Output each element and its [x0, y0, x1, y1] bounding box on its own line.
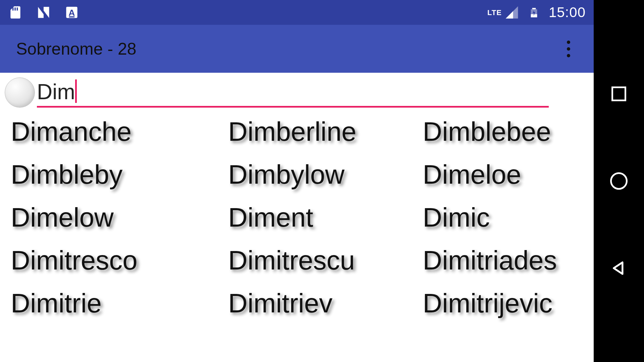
result-item[interactable]: Dimberline: [228, 118, 423, 146]
svg-text:A: A: [68, 8, 75, 18]
svg-rect-1: [14, 7, 16, 10]
circle-icon: [610, 172, 628, 190]
text-caret: [75, 79, 77, 103]
svg-rect-6: [532, 8, 536, 9]
result-item[interactable]: Dimbylow: [228, 161, 423, 189]
result-item[interactable]: Diment: [228, 203, 423, 232]
system-nav-bar: [594, 0, 644, 362]
globe-button[interactable]: [5, 77, 35, 108]
result-item[interactable]: Dimeloe: [423, 161, 583, 189]
result-item[interactable]: Dimitriev: [228, 289, 423, 317]
cell-signal-icon: [504, 5, 519, 20]
search-row: Dim: [0, 73, 594, 108]
overflow-menu-button[interactable]: [559, 40, 578, 58]
svg-rect-2: [17, 7, 18, 10]
sd-card-icon: [8, 5, 23, 20]
battery-icon: [527, 5, 541, 20]
status-right-icons: LTE 15:00: [487, 4, 586, 20]
search-underline: [37, 106, 549, 108]
search-input[interactable]: Dim: [37, 77, 549, 108]
triangle-back-icon: [610, 259, 628, 277]
result-item[interactable]: Dimitresco: [11, 246, 228, 275]
result-item[interactable]: Dimblebee: [423, 118, 583, 146]
result-item[interactable]: Dimitrie: [11, 289, 228, 317]
square-icon: [611, 86, 626, 101]
results-grid: DimancheDimberlineDimblebeeDimblebyDimby…: [11, 118, 583, 317]
app-content: A LTE 15:00 Sobrenome - 28: [0, 0, 594, 362]
device-screen: A LTE 15:00 Sobrenome - 28: [0, 0, 644, 362]
clock-time: 15:00: [549, 4, 586, 20]
a-app-icon: A: [64, 5, 79, 20]
result-item[interactable]: Dimbleby: [11, 161, 228, 189]
svg-rect-0: [12, 7, 14, 10]
back-button[interactable]: [609, 258, 629, 278]
result-item[interactable]: Dimitriades: [423, 246, 583, 275]
n-app-icon: [36, 5, 51, 20]
recent-apps-button[interactable]: [609, 84, 629, 104]
result-item[interactable]: Dimitrescu: [228, 246, 423, 275]
more-vert-icon: [567, 41, 570, 44]
search-field-wrap: Dim: [37, 77, 549, 108]
result-item[interactable]: Dimanche: [11, 118, 228, 146]
result-item[interactable]: Dimic: [423, 203, 583, 232]
result-item[interactable]: Dimitrijevic: [423, 289, 583, 317]
results-area: DimancheDimberlineDimblebeeDimblebyDimby…: [0, 108, 594, 362]
status-left-icons: A: [8, 5, 79, 20]
svg-rect-5: [69, 16, 75, 17]
app-bar: Sobrenome - 28: [0, 25, 594, 73]
lte-label: LTE: [487, 8, 502, 17]
app-title: Sobrenome - 28: [16, 39, 137, 59]
home-button[interactable]: [609, 171, 629, 191]
result-item[interactable]: Dimelow: [11, 203, 228, 232]
status-bar: A LTE 15:00: [0, 0, 594, 25]
